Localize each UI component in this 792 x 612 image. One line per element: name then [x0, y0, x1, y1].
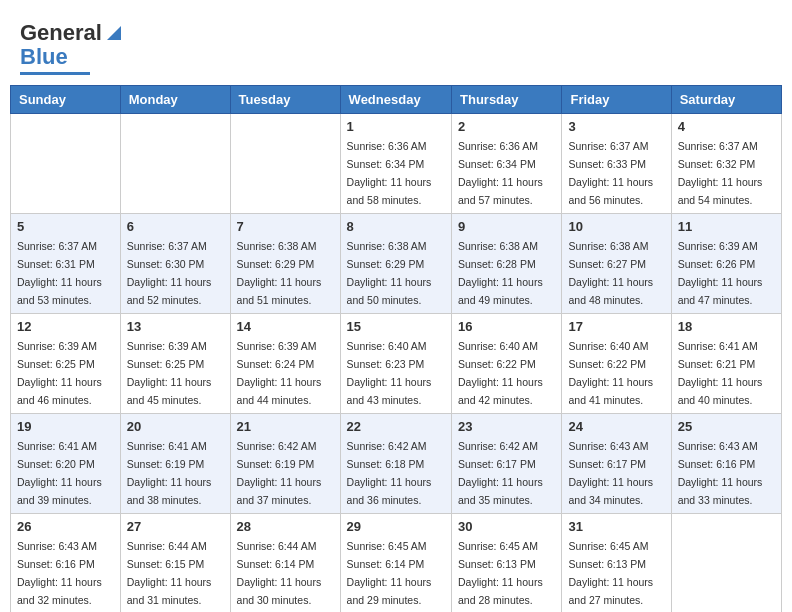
calendar-cell: 7 Sunrise: 6:38 AMSunset: 6:29 PMDayligh…	[230, 214, 340, 314]
day-info: Sunrise: 6:45 AMSunset: 6:14 PMDaylight:…	[347, 540, 432, 606]
day-info: Sunrise: 6:43 AMSunset: 6:16 PMDaylight:…	[678, 440, 763, 506]
day-number: 12	[17, 319, 114, 334]
logo-blue-text: Blue	[20, 44, 68, 70]
day-number: 31	[568, 519, 664, 534]
day-info: Sunrise: 6:38 AMSunset: 6:27 PMDaylight:…	[568, 240, 653, 306]
day-info: Sunrise: 6:37 AMSunset: 6:32 PMDaylight:…	[678, 140, 763, 206]
calendar-cell: 29 Sunrise: 6:45 AMSunset: 6:14 PMDaylig…	[340, 514, 451, 613]
day-number: 14	[237, 319, 334, 334]
calendar-week-row: 1 Sunrise: 6:36 AMSunset: 6:34 PMDayligh…	[11, 114, 782, 214]
day-number: 21	[237, 419, 334, 434]
calendar-cell: 1 Sunrise: 6:36 AMSunset: 6:34 PMDayligh…	[340, 114, 451, 214]
day-number: 11	[678, 219, 775, 234]
day-number: 5	[17, 219, 114, 234]
calendar-cell: 12 Sunrise: 6:39 AMSunset: 6:25 PMDaylig…	[11, 314, 121, 414]
calendar-cell	[230, 114, 340, 214]
day-number: 27	[127, 519, 224, 534]
calendar-cell: 14 Sunrise: 6:39 AMSunset: 6:24 PMDaylig…	[230, 314, 340, 414]
calendar-cell: 28 Sunrise: 6:44 AMSunset: 6:14 PMDaylig…	[230, 514, 340, 613]
day-info: Sunrise: 6:44 AMSunset: 6:15 PMDaylight:…	[127, 540, 212, 606]
day-number: 10	[568, 219, 664, 234]
calendar-week-row: 26 Sunrise: 6:43 AMSunset: 6:16 PMDaylig…	[11, 514, 782, 613]
calendar-cell: 8 Sunrise: 6:38 AMSunset: 6:29 PMDayligh…	[340, 214, 451, 314]
col-header-friday: Friday	[562, 86, 671, 114]
calendar-cell	[120, 114, 230, 214]
day-number: 13	[127, 319, 224, 334]
day-info: Sunrise: 6:39 AMSunset: 6:26 PMDaylight:…	[678, 240, 763, 306]
day-number: 24	[568, 419, 664, 434]
day-info: Sunrise: 6:39 AMSunset: 6:24 PMDaylight:…	[237, 340, 322, 406]
day-number: 26	[17, 519, 114, 534]
calendar-week-row: 12 Sunrise: 6:39 AMSunset: 6:25 PMDaylig…	[11, 314, 782, 414]
svg-marker-0	[107, 26, 121, 40]
calendar-cell: 26 Sunrise: 6:43 AMSunset: 6:16 PMDaylig…	[11, 514, 121, 613]
day-info: Sunrise: 6:41 AMSunset: 6:20 PMDaylight:…	[17, 440, 102, 506]
day-number: 20	[127, 419, 224, 434]
calendar-cell: 30 Sunrise: 6:45 AMSunset: 6:13 PMDaylig…	[452, 514, 562, 613]
calendar-cell: 13 Sunrise: 6:39 AMSunset: 6:25 PMDaylig…	[120, 314, 230, 414]
day-info: Sunrise: 6:44 AMSunset: 6:14 PMDaylight:…	[237, 540, 322, 606]
calendar-cell: 6 Sunrise: 6:37 AMSunset: 6:30 PMDayligh…	[120, 214, 230, 314]
calendar-cell: 5 Sunrise: 6:37 AMSunset: 6:31 PMDayligh…	[11, 214, 121, 314]
day-number: 2	[458, 119, 555, 134]
logo-triangle-icon	[103, 22, 125, 44]
day-number: 30	[458, 519, 555, 534]
day-number: 18	[678, 319, 775, 334]
day-info: Sunrise: 6:38 AMSunset: 6:28 PMDaylight:…	[458, 240, 543, 306]
day-info: Sunrise: 6:36 AMSunset: 6:34 PMDaylight:…	[458, 140, 543, 206]
day-info: Sunrise: 6:37 AMSunset: 6:33 PMDaylight:…	[568, 140, 653, 206]
calendar-cell: 2 Sunrise: 6:36 AMSunset: 6:34 PMDayligh…	[452, 114, 562, 214]
day-info: Sunrise: 6:37 AMSunset: 6:31 PMDaylight:…	[17, 240, 102, 306]
col-header-tuesday: Tuesday	[230, 86, 340, 114]
day-info: Sunrise: 6:39 AMSunset: 6:25 PMDaylight:…	[127, 340, 212, 406]
day-number: 8	[347, 219, 445, 234]
day-info: Sunrise: 6:45 AMSunset: 6:13 PMDaylight:…	[568, 540, 653, 606]
day-info: Sunrise: 6:40 AMSunset: 6:22 PMDaylight:…	[568, 340, 653, 406]
day-info: Sunrise: 6:38 AMSunset: 6:29 PMDaylight:…	[347, 240, 432, 306]
calendar-cell: 23 Sunrise: 6:42 AMSunset: 6:17 PMDaylig…	[452, 414, 562, 514]
calendar-cell: 10 Sunrise: 6:38 AMSunset: 6:27 PMDaylig…	[562, 214, 671, 314]
day-number: 22	[347, 419, 445, 434]
day-info: Sunrise: 6:43 AMSunset: 6:17 PMDaylight:…	[568, 440, 653, 506]
calendar-cell: 22 Sunrise: 6:42 AMSunset: 6:18 PMDaylig…	[340, 414, 451, 514]
page-header: General Blue	[10, 10, 782, 80]
day-number: 17	[568, 319, 664, 334]
calendar-cell: 4 Sunrise: 6:37 AMSunset: 6:32 PMDayligh…	[671, 114, 781, 214]
calendar-cell: 19 Sunrise: 6:41 AMSunset: 6:20 PMDaylig…	[11, 414, 121, 514]
calendar-cell: 16 Sunrise: 6:40 AMSunset: 6:22 PMDaylig…	[452, 314, 562, 414]
calendar-cell: 27 Sunrise: 6:44 AMSunset: 6:15 PMDaylig…	[120, 514, 230, 613]
calendar-table: SundayMondayTuesdayWednesdayThursdayFrid…	[10, 85, 782, 612]
day-number: 4	[678, 119, 775, 134]
day-info: Sunrise: 6:40 AMSunset: 6:23 PMDaylight:…	[347, 340, 432, 406]
day-info: Sunrise: 6:41 AMSunset: 6:21 PMDaylight:…	[678, 340, 763, 406]
day-number: 3	[568, 119, 664, 134]
calendar-cell: 21 Sunrise: 6:42 AMSunset: 6:19 PMDaylig…	[230, 414, 340, 514]
day-info: Sunrise: 6:45 AMSunset: 6:13 PMDaylight:…	[458, 540, 543, 606]
calendar-cell: 3 Sunrise: 6:37 AMSunset: 6:33 PMDayligh…	[562, 114, 671, 214]
day-info: Sunrise: 6:42 AMSunset: 6:18 PMDaylight:…	[347, 440, 432, 506]
day-info: Sunrise: 6:41 AMSunset: 6:19 PMDaylight:…	[127, 440, 212, 506]
day-number: 25	[678, 419, 775, 434]
calendar-header-row: SundayMondayTuesdayWednesdayThursdayFrid…	[11, 86, 782, 114]
calendar-cell: 11 Sunrise: 6:39 AMSunset: 6:26 PMDaylig…	[671, 214, 781, 314]
day-number: 7	[237, 219, 334, 234]
day-number: 16	[458, 319, 555, 334]
day-number: 6	[127, 219, 224, 234]
calendar-cell: 24 Sunrise: 6:43 AMSunset: 6:17 PMDaylig…	[562, 414, 671, 514]
day-info: Sunrise: 6:43 AMSunset: 6:16 PMDaylight:…	[17, 540, 102, 606]
col-header-wednesday: Wednesday	[340, 86, 451, 114]
day-number: 1	[347, 119, 445, 134]
calendar-cell: 17 Sunrise: 6:40 AMSunset: 6:22 PMDaylig…	[562, 314, 671, 414]
day-info: Sunrise: 6:42 AMSunset: 6:19 PMDaylight:…	[237, 440, 322, 506]
day-info: Sunrise: 6:42 AMSunset: 6:17 PMDaylight:…	[458, 440, 543, 506]
day-number: 29	[347, 519, 445, 534]
calendar-cell	[11, 114, 121, 214]
calendar-week-row: 5 Sunrise: 6:37 AMSunset: 6:31 PMDayligh…	[11, 214, 782, 314]
calendar-cell: 20 Sunrise: 6:41 AMSunset: 6:19 PMDaylig…	[120, 414, 230, 514]
day-number: 9	[458, 219, 555, 234]
day-number: 23	[458, 419, 555, 434]
calendar-cell: 9 Sunrise: 6:38 AMSunset: 6:28 PMDayligh…	[452, 214, 562, 314]
col-header-monday: Monday	[120, 86, 230, 114]
day-info: Sunrise: 6:40 AMSunset: 6:22 PMDaylight:…	[458, 340, 543, 406]
day-info: Sunrise: 6:38 AMSunset: 6:29 PMDaylight:…	[237, 240, 322, 306]
